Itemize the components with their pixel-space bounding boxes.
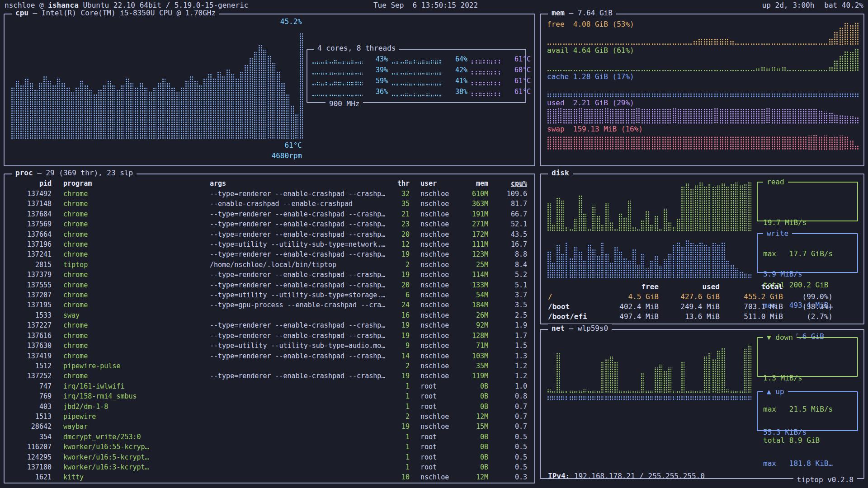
thread-load: 42% (446, 65, 467, 75)
cpu-temperature: 61°C (240, 141, 302, 150)
process-pid: 137180 (12, 462, 52, 472)
process-program: chrome (52, 371, 210, 381)
process-args: --type=gpu-process --enable-crashpad --c… (210, 300, 386, 310)
process-program: chrome (52, 249, 210, 259)
process-row[interactable]: 354dmcrypt_write/253:01root0B0.5 (12, 432, 527, 442)
process-pid: 137555 (12, 280, 52, 290)
fs-percent: (38.3%) (783, 302, 833, 312)
battery-level: bat 40.2% (824, 1, 863, 9)
thread-load: 36% (366, 87, 388, 97)
process-user: nschloe (410, 412, 458, 422)
process-memory: 0B (458, 381, 488, 391)
process-pid: 137207 (12, 290, 52, 300)
process-pid: 137664 (12, 230, 52, 239)
process-row[interactable]: 137379chrome--type=renderer --enable-cra… (12, 270, 527, 280)
process-user: nschloe (410, 422, 458, 432)
process-user: nschloe (410, 361, 458, 371)
process-row[interactable]: 137196chrome--type=utility --utility-sub… (12, 239, 527, 249)
memory-entry: free 4.08 GiB (53%) (547, 20, 859, 46)
process-cpu: 1.5 (488, 341, 527, 351)
process-row[interactable]: 137555chrome--type=renderer --enable-cra… (12, 280, 527, 290)
core-row: 43%64%61°C (312, 53, 521, 64)
process-threads: 10 (386, 472, 410, 482)
process-row[interactable]: 1533sway16nschloe26M2.5 (12, 310, 527, 320)
process-threads: 1 (386, 391, 410, 401)
process-row[interactable]: 137207chrome--type=utility --utility-sub… (12, 290, 527, 300)
thread-load-graph (312, 57, 363, 64)
process-program: irq/161-iwlwifi (52, 381, 210, 391)
process-memory: 54M (458, 290, 488, 300)
core-temp: 61°C (505, 54, 531, 64)
col-free: free (598, 282, 659, 292)
core-row: 39%42%60°C (312, 64, 521, 75)
process-threads: 19 (386, 331, 410, 341)
process-memory: 271M (458, 219, 488, 229)
process-row[interactable]: 137195chrome--type=gpu-process --enable-… (12, 300, 527, 310)
process-args: --enable-crashpad --enable-crashpad (210, 199, 386, 209)
process-row[interactable]: 137241chrome--type=renderer --enable-cra… (12, 249, 527, 259)
process-cpu: 0.3 (488, 472, 527, 482)
process-threads: 1 (386, 402, 410, 412)
process-threads: 19 (386, 422, 410, 432)
process-cpu: 1.2 (488, 361, 527, 371)
process-row[interactable]: 137419chrome--type=renderer --enable-cra… (12, 351, 527, 361)
process-row[interactable]: 137180kworker/u16:3-kcrypt…1root0B0.5 (12, 462, 527, 472)
col-cpu-sort[interactable]: cpu% (488, 178, 527, 189)
process-threads: 16 (386, 310, 410, 320)
process-row[interactable]: 137227chrome--type=renderer --enable-cra… (12, 320, 527, 330)
process-table-header: pid program args thr user mem cpu% (12, 178, 527, 189)
fs-used: 427.6 GiB (659, 292, 720, 302)
process-row[interactable]: 137664chrome--type=renderer --enable-cra… (12, 230, 527, 239)
process-row[interactable]: 1621kitty10nschloe12M0.3 (12, 472, 527, 482)
network-interface: – wlp59s0 (565, 324, 608, 333)
process-row[interactable]: 1513pipewire2nschloe12M0.7 (12, 412, 527, 422)
memory-entry: used 2.21 GiB (29%) (547, 99, 859, 125)
process-threads: 1 (386, 462, 410, 472)
mount-point: /boot (548, 302, 598, 312)
network-panel-title: net – wlp59s0 (548, 324, 612, 333)
process-row[interactable]: 747irq/161-iwlwifi1root0B1.0 (12, 381, 527, 391)
process-memory: 25M (458, 260, 488, 270)
process-pid: 137241 (12, 249, 52, 259)
process-memory: 12M (458, 472, 488, 482)
cpu-model: – Intel(R) Core(TM) i5-8350U CPU @ 1.70G… (28, 9, 216, 17)
process-pid: 137148 (12, 199, 52, 209)
process-memory: 363M (458, 199, 488, 209)
process-threads: 14 (386, 351, 410, 361)
cpu-current-load: 45.2% (268, 17, 302, 26)
process-args: /home/nschloe/.local/bin/tiptop (210, 260, 386, 270)
process-panel: proc – 29 (369 thr), 23 slp pid program … (4, 174, 535, 483)
process-args: --type=renderer --enable-crashpad --cras… (210, 320, 386, 330)
process-row[interactable]: 137630chrome--type=utility --utility-sub… (12, 341, 527, 351)
process-threads: 12 (386, 239, 410, 249)
memory-entry: swap 159.13 MiB (16%) (547, 125, 859, 151)
core-temp-graph (471, 68, 501, 75)
process-row[interactable]: 137252chrome--type=renderer --enable-cra… (12, 371, 527, 381)
process-row[interactable]: 1512pipewire-pulse2nschloe35M1.2 (12, 361, 527, 371)
process-threads: 1 (386, 381, 410, 391)
memory-entry: avail 4.64 GiB (61%) (547, 46, 859, 72)
process-row[interactable]: 2815tiptop/home/nschloe/.local/bin/tipto… (12, 260, 527, 270)
process-row[interactable]: 28642waybar19nschloe15M0.7 (12, 422, 527, 432)
process-row[interactable]: 137148chrome--enable-crashpad --enable-c… (12, 199, 527, 209)
thread-load: 39% (366, 65, 388, 75)
process-row[interactable]: 137492chrome--type=renderer --enable-cra… (12, 189, 527, 199)
thread-load-graph (312, 68, 363, 75)
process-row[interactable]: 769irq/158-rmi4_smbus1root0B0.8 (12, 391, 527, 401)
net-upload-graph (547, 396, 751, 400)
process-row[interactable]: 403jbd2/dm-1-81root0B0.7 (12, 402, 527, 412)
process-row[interactable]: 124295kworker/u16:5-kcrypt…1root0B0.5 (12, 452, 527, 462)
process-pid: 137227 (12, 320, 52, 330)
process-user: nschloe (410, 219, 458, 229)
process-threads: 20 (386, 280, 410, 290)
process-user: root (410, 381, 458, 391)
process-memory: 114M (458, 270, 488, 280)
process-row[interactable]: 137616chrome--type=renderer --enable-cra… (12, 331, 527, 341)
process-row[interactable]: 137569chrome--type=renderer --enable-cra… (12, 219, 527, 229)
process-row[interactable]: 116207kworker/u16:55-kcryp…1root0B0.5 (12, 442, 527, 452)
process-threads: 19 (386, 249, 410, 259)
process-user: root (410, 391, 458, 401)
process-row[interactable]: 137684chrome--type=renderer --enable-cra… (12, 209, 527, 219)
process-user: root (410, 432, 458, 442)
process-threads: 9 (386, 341, 410, 351)
